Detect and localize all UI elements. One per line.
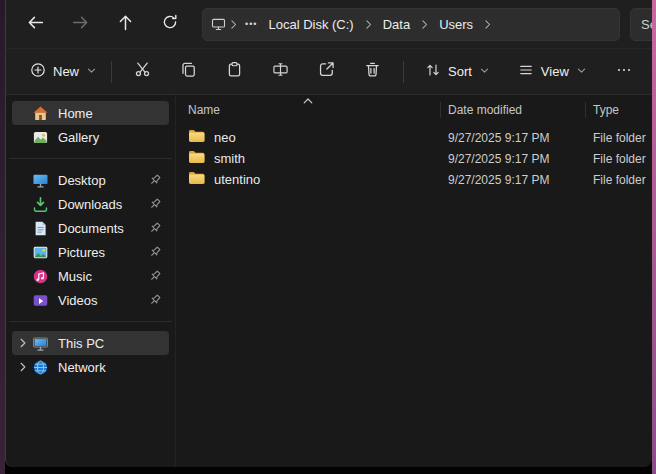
breadcrumb-segment[interactable]: Data [376, 14, 417, 35]
sidebar-item-label: Gallery [58, 130, 99, 145]
scissors-icon [134, 61, 151, 82]
view-list-icon [518, 62, 534, 81]
new-button[interactable]: New [20, 55, 107, 89]
this-pc-icon[interactable] [211, 16, 226, 32]
back-button[interactable] [16, 7, 54, 41]
pin-icon [147, 221, 162, 236]
sidebar-item-label: Downloads [58, 197, 122, 212]
view-button[interactable]: View [508, 55, 597, 89]
sidebar-item-downloads[interactable]: Downloads [12, 192, 169, 216]
chevron-right-icon[interactable] [480, 18, 495, 31]
pin-icon [147, 173, 162, 188]
toolbar-divider [111, 61, 112, 83]
sidebar-separator [9, 158, 172, 159]
chevron-right-icon[interactable] [417, 18, 432, 31]
sidebar: Home Gallery Desktop Downloa [6, 95, 176, 467]
more-dots-icon [616, 62, 632, 82]
forward-button[interactable] [61, 7, 99, 41]
column-header-type[interactable]: Type [585, 97, 652, 123]
file-row[interactable]: neo 9/27/2025 9:17 PM File folder [176, 127, 652, 148]
file-date-modified: 9/27/2025 9:17 PM [440, 152, 585, 166]
home-icon [32, 105, 49, 122]
documents-icon [32, 220, 49, 237]
expand-chevron-icon[interactable] [14, 337, 32, 349]
breadcrumb-segment[interactable]: Users [432, 14, 480, 35]
file-type: File folder [585, 131, 652, 145]
file-name-cell: smith [176, 150, 440, 167]
sort-button[interactable]: Sort [415, 55, 500, 89]
toolbar-divider [403, 61, 404, 83]
file-name: smith [214, 151, 245, 166]
column-header-date-modified[interactable]: Date modified [440, 97, 585, 123]
command-toolbar: New S [6, 48, 652, 95]
sidebar-item-this-pc[interactable]: This PC [12, 331, 169, 355]
file-explorer-window: ••• Local Disk (C:) Data Users Se New [5, 0, 652, 467]
file-rows: neo 9/27/2025 9:17 PM File folder smith … [176, 127, 652, 190]
network-icon [32, 359, 49, 376]
trash-icon [364, 61, 381, 82]
folder-icon [188, 150, 205, 167]
sidebar-item-videos[interactable]: Videos [12, 288, 169, 312]
sidebar-item-music[interactable]: Music [12, 264, 169, 288]
rename-icon [272, 61, 289, 82]
sidebar-item-label: Network [58, 360, 106, 375]
refresh-button[interactable] [151, 7, 189, 41]
chevron-down-icon [576, 64, 587, 79]
sidebar-item-desktop[interactable]: Desktop [12, 168, 169, 192]
sidebar-item-network[interactable]: Network [12, 355, 169, 379]
this-pc-icon [32, 335, 49, 352]
breadcrumb-segment[interactable]: Local Disk (C:) [261, 14, 360, 35]
sidebar-item-home[interactable]: Home [12, 101, 169, 125]
file-date-modified: 9/27/2025 9:17 PM [440, 173, 585, 187]
column-resize-handle[interactable] [585, 102, 586, 118]
file-date-modified: 9/27/2025 9:17 PM [440, 131, 585, 145]
column-resize-handle[interactable] [440, 102, 441, 118]
sidebar-item-pictures[interactable]: Pictures [12, 240, 169, 264]
file-list-pane: Name Date modified Type [176, 95, 652, 467]
delete-button[interactable] [353, 55, 391, 89]
paste-button[interactable] [215, 55, 253, 89]
copy-button[interactable] [169, 55, 207, 89]
navigation-bar: ••• Local Disk (C:) Data Users Se [6, 0, 652, 48]
file-type: File folder [585, 152, 652, 166]
pictures-icon [32, 244, 49, 261]
arrow-left-icon [27, 14, 44, 35]
sidebar-item-label: Home [58, 106, 93, 121]
file-name: neo [214, 130, 236, 145]
sidebar-separator [9, 321, 172, 322]
cut-button[interactable] [123, 55, 161, 89]
search-input[interactable]: Se [630, 8, 652, 41]
desktop-stage: ••• Local Disk (C:) Data Users Se New [0, 0, 656, 474]
sidebar-item-label: This PC [58, 336, 104, 351]
sidebar-item-gallery[interactable]: Gallery [12, 125, 169, 149]
file-row[interactable]: smith 9/27/2025 9:17 PM File folder [176, 148, 652, 169]
sort-button-label: Sort [448, 64, 472, 79]
plus-circle-icon [30, 62, 46, 81]
expand-chevron-icon[interactable] [14, 361, 32, 373]
desktop-edge-right [652, 0, 656, 474]
breadcrumb-overflow[interactable]: ••• [241, 19, 261, 29]
address-bar[interactable]: ••• Local Disk (C:) Data Users [202, 8, 620, 41]
chevron-right-icon[interactable] [361, 18, 376, 31]
chevron-right-icon[interactable] [226, 18, 241, 31]
downloads-icon [32, 196, 49, 213]
refresh-icon [162, 14, 178, 34]
rename-button[interactable] [261, 55, 299, 89]
up-button[interactable] [106, 7, 144, 41]
view-button-label: View [541, 64, 569, 79]
videos-icon [32, 292, 49, 309]
pin-icon [147, 245, 162, 260]
window-body: Home Gallery Desktop Downloa [6, 95, 652, 467]
file-name-cell: utentino [176, 171, 440, 188]
file-row[interactable]: utentino 9/27/2025 9:17 PM File folder [176, 169, 652, 190]
chevron-down-icon [86, 64, 97, 79]
sort-arrows-icon [425, 62, 441, 81]
sidebar-item-label: Pictures [58, 245, 105, 260]
sidebar-item-label: Videos [58, 293, 98, 308]
clipboard-icon [226, 61, 243, 82]
pin-icon [147, 293, 162, 308]
see-more-button[interactable] [605, 55, 643, 89]
sidebar-item-documents[interactable]: Documents [12, 216, 169, 240]
folder-icon [188, 171, 205, 188]
share-button[interactable] [307, 55, 345, 89]
